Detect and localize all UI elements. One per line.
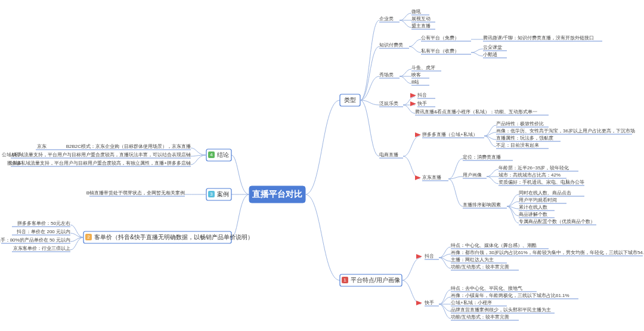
- svg-text:公域+私域：小程序: 公域+私域：小程序: [451, 300, 492, 305]
- root-node[interactable]: 直播平台对比: [249, 186, 305, 203]
- svg-text:快手：80%的产品单价在 50 元以内: 快手：80%的产品单价在 50 元以内: [0, 237, 70, 243]
- branch-case[interactable]: 3 案例: [206, 188, 231, 200]
- svg-text:用户平均观看时间: 用户平均观看时间: [519, 197, 557, 203]
- svg-text:微吼: 微吼: [411, 9, 421, 14]
- zhishi-label[interactable]: 知识付费类: [379, 42, 403, 48]
- fanyu-label[interactable]: 泛娱乐类: [379, 101, 398, 106]
- price-items: 拼多多客单价：50元左右 抖音：单价在 200 元以内 快手：80%的产品单价在…: [0, 221, 70, 252]
- flag-icon: [410, 101, 416, 106]
- flag-icon: [416, 301, 422, 305]
- svg-text:同时在线人数、商品点击: 同时在线人数、商品点击: [519, 190, 571, 196]
- svg-text:功能/互动形式：较丰富完善: 功能/互动形式：较丰富完善: [451, 264, 509, 270]
- case-item: B销直播带货处于萌芽状态，全网暂无相关案例: [86, 190, 185, 196]
- svg-text:京东: 京东: [37, 144, 47, 149]
- branch-platform[interactable]: 1 平台特点/用户画像: [340, 274, 402, 286]
- svg-text:腾讯直播&看点直播小程序（私域）：功能、互动形式单一: 腾讯直播&看点直播小程序（私域）：功能、互动形式单一: [415, 109, 537, 115]
- pdd-label[interactable]: 拼多多直播（公域+私域）: [422, 132, 478, 137]
- branch-conclusion[interactable]: 4 结论: [206, 149, 231, 161]
- conclusion-items: B2B2C模式：京东企业购（目标群体使用场景），京东直播 京东 公域&私域流量支…: [2, 144, 191, 166]
- svg-text:产品特性：极致性价比: 产品特性：极致性价比: [496, 121, 544, 126]
- svg-text:1: 1: [343, 277, 346, 283]
- svg-text:功能/互动形式：较丰富完善: 功能/互动形式：较丰富完善: [451, 314, 509, 320]
- svg-text:公域&私域流量支持，平台用户与目标用户重合度较高，直播玩法丰: 公域&私域流量支持，平台用户与目标用户重合度较高，直播玩法丰富，可以结合表现店铺: [2, 152, 191, 157]
- svg-text:用户画像[interactable]: 用户画像: [463, 172, 482, 178]
- svg-text:资质偏好：手机通讯、家电、电脑办公等: 资质偏好：手机通讯、家电、电脑办公等: [499, 180, 584, 185]
- svg-text:定位：消费类直播: 定位：消费类直播: [463, 154, 501, 160]
- root-label: 直播平台对比: [252, 189, 302, 199]
- svg-text:映客: 映客: [411, 72, 421, 78]
- price-label: 客单价（抖音&快手直播无明确数据，以畅销产品单价说明）: [94, 234, 253, 240]
- branch-price[interactable]: 2 客单价（抖音&快手直播无明确数据，以畅销产品单价说明）: [83, 231, 253, 243]
- jd-label[interactable]: 京东直播: [422, 175, 441, 180]
- svg-text:专属商品配置个数（优质商品个数）: 专属商品配置个数（优质商品个数）: [519, 219, 595, 224]
- svg-text:2: 2: [87, 234, 90, 240]
- svg-text:公域&私域流量支持，平台用户与目标用户重合度较高，有独立属性: 公域&私域流量支持，平台用户与目标用户重合度较高，有独立属性，直播+拼多多店铺: [8, 160, 191, 166]
- svg-text:快手: 快手: [11, 152, 21, 157]
- svg-text:不足：目前没有起来: 不足：目前没有起来: [496, 143, 539, 148]
- svg-text:拼多多: 拼多多: [7, 160, 21, 166]
- svg-text:画像：低学历、女性高于淘宝，36岁以上用户占比更高，下沉市场: 画像：低学历、女性高于淘宝，36岁以上用户占比更高，下沉市场: [496, 128, 635, 134]
- svg-text:累计在线人数: 累计在线人数: [519, 205, 547, 210]
- svg-text:城市：高线城市占比高：42%: 城市：高线城市占比高：42%: [498, 172, 561, 178]
- douyin-label[interactable]: 抖音: [424, 253, 434, 259]
- svg-text:公有平台（免费）[interactable]: 公有平台（免费）: [421, 35, 459, 41]
- svg-text:特点：去中心化、平民化、接地气: 特点：去中心化、平民化、接地气: [451, 286, 522, 291]
- svg-text:3: 3: [210, 191, 213, 197]
- svg-text:年龄层：近半26~35岁，较年轻化: 年龄层：近半26~35岁，较年轻化: [499, 165, 569, 171]
- svg-text:小鹅通: 小鹅通: [483, 52, 497, 57]
- svg-text:4: 4: [210, 152, 213, 157]
- svg-text:云朵课堂: 云朵课堂: [483, 45, 502, 50]
- kuaishou-label[interactable]: 快手: [424, 300, 434, 305]
- svg-text:私有平台（收费）[interactable]: 私有平台（收费）: [421, 48, 459, 54]
- dianshang-label[interactable]: 电商直播: [379, 152, 398, 157]
- qiyelei-label[interactable]: 企业类: [379, 16, 394, 21]
- case-label: 案例: [217, 191, 229, 197]
- branch-type[interactable]: 类型: [340, 94, 360, 106]
- svg-text:抖音：单价在 200 元以内: 抖音：单价在 200 元以内: [16, 229, 70, 234]
- svg-text:斗鱼、虎牙: 斗鱼、虎牙: [411, 65, 435, 70]
- svg-text:直播属性：玩法多，强黏度: 直播属性：玩法多，强黏度: [496, 135, 553, 141]
- svg-text:京东客单价：行业三倍以上: 京东客单价：行业三倍以上: [13, 246, 70, 251]
- svg-text:B2B2C模式：京东企业购（目标群体使用场景），京东直播: B2B2C模式：京东企业购（目标群体使用场景），京东直播: [66, 144, 191, 149]
- svg-text:拼多多客单价：50元左右: 拼多多客单价：50元左右: [17, 221, 70, 226]
- svg-text:B站: B站: [411, 79, 419, 85]
- xiuchang-label[interactable]: 秀场类: [379, 72, 394, 78]
- platform-label: 平台特点/用户画像: [351, 277, 400, 283]
- svg-text:画像：小镇青年，年龄两极化，三线以下城市占比61.1%: 画像：小镇青年，年龄两极化，三线以下城市占比61.1%: [451, 293, 569, 298]
- svg-text:特点：中心化、媒体化（舞台感）、潮酷: 特点：中心化、媒体化（舞台感）、潮酷: [451, 243, 537, 248]
- svg-text:展视互动: 展视互动: [411, 16, 431, 21]
- mindmap-canvas: 直播平台对比 4 结论 B2B2C模式：京东企业购（目标群体使用场景），京东直播…: [0, 0, 644, 331]
- svg-text:主播：网红达人为主: 主播：网红达人为主: [451, 257, 494, 262]
- svg-text:直播排序影响因素[interactable]: 直播排序影响因素: [463, 202, 501, 208]
- svg-text:快手: 快手: [417, 101, 427, 106]
- svg-text:画像：都市白领，30岁以内占比61%，年龄较为集中，男女均衡: 画像：都市白领，30岁以内占比61%，年龄较为集中，男女均衡，年轻化，三线以下城…: [451, 250, 644, 255]
- flag-icon: [415, 175, 421, 180]
- svg-text:商品讲解个数: 商品讲解个数: [519, 212, 547, 217]
- svg-text:抖音: 抖音: [417, 92, 427, 98]
- svg-text:品牌直营直播案例很少，以头部和平民主播为主: 品牌直营直播案例很少，以头部和平民主播为主: [451, 307, 551, 313]
- conclusion-label: 结论: [217, 151, 229, 158]
- svg-text:盟主直播: 盟主直播: [411, 23, 431, 29]
- svg-text:腾讯微课/千聊：知识付费类直播，没有开放外链接口: 腾讯微课/千聊：知识付费类直播，没有开放外链接口: [483, 35, 594, 41]
- type-label: 类型: [344, 97, 356, 103]
